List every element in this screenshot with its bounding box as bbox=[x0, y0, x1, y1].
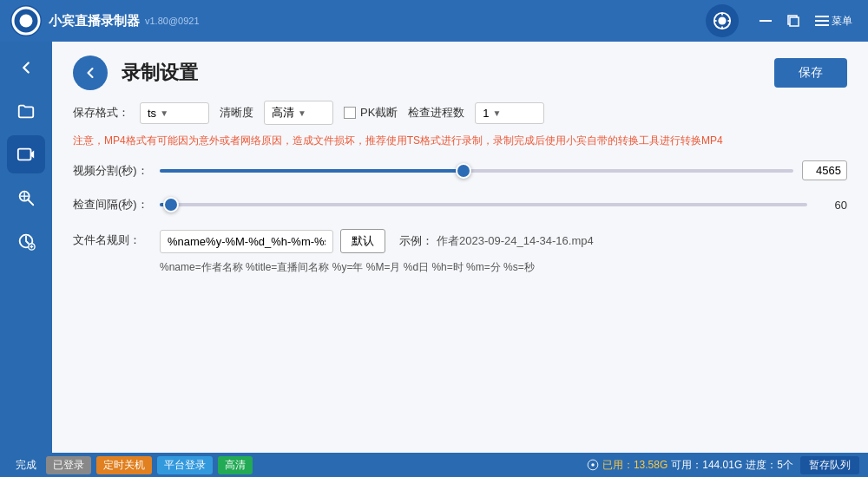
example-label: 示例： bbox=[399, 234, 433, 247]
sidebar-item-back[interactable] bbox=[7, 49, 45, 87]
example-text: 示例：作者2023-09-24_14-34-16.mp4 bbox=[399, 233, 594, 249]
format-select[interactable]: ts ▼ bbox=[140, 102, 209, 124]
queue-button[interactable]: 暂存队列 bbox=[800, 456, 859, 474]
available-label: 可用：144.01G bbox=[671, 458, 742, 473]
svg-rect-14 bbox=[18, 149, 31, 160]
minimize-button[interactable] bbox=[754, 11, 777, 30]
video-split-value[interactable]: 4565 bbox=[802, 160, 847, 180]
video-split-thumb[interactable] bbox=[456, 163, 471, 179]
menu-label: 菜单 bbox=[832, 14, 852, 29]
svg-point-3 bbox=[718, 16, 726, 24]
video-split-row: 视频分割(秒)： 4565 bbox=[73, 160, 847, 180]
svg-rect-11 bbox=[815, 16, 829, 17]
sidebar-item-folder[interactable] bbox=[7, 92, 45, 130]
page-header: 录制设置 保存 bbox=[52, 42, 868, 101]
quality-value: 高清 bbox=[272, 105, 294, 121]
filename-col: 默认 示例：作者2023-09-24_14-34-16.mp4 %name=作者… bbox=[160, 229, 847, 278]
sidebar-item-search[interactable] bbox=[7, 179, 45, 217]
svg-rect-12 bbox=[815, 20, 829, 22]
threads-select[interactable]: 1 ▼ bbox=[475, 102, 544, 124]
content-area: 录制设置 保存 保存格式： ts ▼ 清晰度 高清 ▼ PK截断 bbox=[52, 42, 868, 453]
app-logo bbox=[10, 5, 42, 36]
menu-button[interactable]: 菜单 bbox=[810, 10, 858, 32]
svg-line-16 bbox=[29, 200, 34, 206]
quality-arrow-icon: ▼ bbox=[298, 108, 306, 118]
check-interval-track bbox=[160, 203, 807, 206]
status-logged: 已登录 bbox=[46, 456, 91, 474]
check-interval-value: 60 bbox=[816, 199, 847, 212]
svg-point-1 bbox=[20, 15, 33, 28]
default-button[interactable]: 默认 bbox=[340, 229, 385, 253]
format-label: 保存格式： bbox=[73, 105, 129, 121]
format-arrow-icon: ▼ bbox=[160, 108, 168, 118]
video-split-track bbox=[160, 169, 793, 173]
quality-select[interactable]: 高清 ▼ bbox=[264, 101, 333, 125]
status-done: 完成 bbox=[9, 458, 43, 473]
format-value: ts bbox=[148, 107, 156, 120]
restore-button[interactable] bbox=[782, 11, 805, 30]
record-circle-button[interactable] bbox=[706, 4, 739, 37]
filename-input-row: 默认 示例：作者2023-09-24_14-34-16.mp4 bbox=[160, 229, 847, 253]
save-button[interactable]: 保存 bbox=[774, 58, 847, 88]
filename-label: 文件名规则： bbox=[73, 229, 151, 248]
app-title: 小宾直播录制器 bbox=[49, 13, 140, 29]
app-version: v1.80@0921 bbox=[145, 16, 200, 26]
pk-label: PK截断 bbox=[360, 105, 398, 121]
used-label: 已用：13.58G bbox=[602, 458, 667, 473]
settings-body: 保存格式： ts ▼ 清晰度 高清 ▼ PK截断 检查进程数 1 ▼ bbox=[52, 101, 868, 453]
disk-icon bbox=[587, 459, 599, 471]
statusbar: 完成 已登录 定时关机 平台登录 高清 已用：13.58G 可用：144.01G… bbox=[0, 453, 868, 477]
quality-label: 清晰度 bbox=[220, 105, 253, 121]
sidebar bbox=[0, 42, 52, 453]
status-timed[interactable]: 定时关机 bbox=[96, 456, 152, 474]
filename-input[interactable] bbox=[160, 230, 333, 253]
used-value: 已用：13.58G bbox=[602, 459, 667, 471]
svg-rect-8 bbox=[760, 20, 772, 22]
video-split-fill bbox=[160, 169, 464, 173]
pk-checkbox-wrap[interactable]: PK截断 bbox=[344, 105, 398, 121]
pk-checkbox[interactable] bbox=[344, 107, 356, 119]
video-split-label: 视频分割(秒)： bbox=[73, 163, 151, 179]
threads-arrow-icon: ▼ bbox=[493, 108, 502, 118]
progress-label: 进度：5个 bbox=[746, 458, 793, 473]
format-hint: %name=作者名称 %title=直播间名称 %y=年 %M=月 %d日 %h… bbox=[160, 258, 847, 278]
svg-point-24 bbox=[591, 463, 595, 467]
check-interval-row: 检查间隔(秒)： 60 bbox=[73, 196, 847, 213]
check-interval-thumb[interactable] bbox=[163, 197, 179, 212]
filename-row: 文件名规则： 默认 示例：作者2023-09-24_14-34-16.mp4 %… bbox=[73, 229, 847, 278]
sidebar-item-record[interactable] bbox=[7, 135, 45, 173]
disk-info: 已用：13.58G 可用：144.01G 进度：5个 bbox=[587, 458, 793, 473]
example-value: 作者2023-09-24_14-34-16.mp4 bbox=[437, 234, 594, 247]
svg-rect-10 bbox=[790, 17, 799, 26]
check-interval-slider-wrap[interactable] bbox=[160, 196, 807, 213]
main-layout: 录制设置 保存 保存格式： ts ▼ 清晰度 高清 ▼ PK截断 bbox=[0, 42, 868, 453]
threads-value: 1 bbox=[483, 107, 489, 120]
svg-rect-13 bbox=[815, 24, 829, 26]
warning-text: 注意，MP4格式有可能因为意外或者网络原因，造成文件损坏，推荐使用TS格式进行录… bbox=[73, 134, 847, 148]
check-interval-label: 检查间隔(秒)： bbox=[73, 197, 151, 212]
video-split-slider-wrap[interactable] bbox=[160, 162, 793, 180]
sidebar-item-clock-settings[interactable] bbox=[7, 222, 45, 260]
format-row: 保存格式： ts ▼ 清晰度 高清 ▼ PK截断 检查进程数 1 ▼ bbox=[73, 101, 847, 125]
back-button[interactable] bbox=[73, 56, 108, 90]
page-title: 录制设置 bbox=[122, 60, 198, 86]
status-quality: 高清 bbox=[218, 456, 253, 474]
titlebar: 小宾直播录制器 v1.80@0921 菜单 bbox=[0, 0, 868, 42]
status-platform[interactable]: 平台登录 bbox=[157, 456, 213, 474]
threads-label: 检查进程数 bbox=[408, 105, 464, 121]
